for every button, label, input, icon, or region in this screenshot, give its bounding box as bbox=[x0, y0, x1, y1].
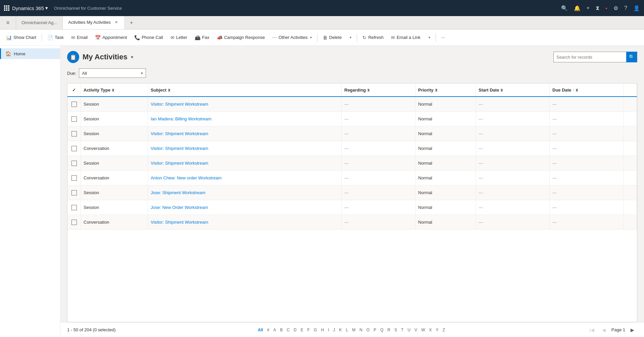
delete-dropdown-button[interactable]: ▾ bbox=[346, 32, 355, 44]
delete-button[interactable]: 🗑 Delete bbox=[319, 32, 345, 44]
campaign-response-label: Campaign Response bbox=[224, 35, 265, 40]
other-activities-button[interactable]: ⋯ Other Activities ▾ bbox=[269, 32, 315, 44]
row-1-subject-link[interactable]: Visitor: Shipment Workstream bbox=[151, 102, 208, 107]
checkbox-5[interactable] bbox=[71, 161, 77, 166]
row-9-check[interactable] bbox=[67, 215, 81, 229]
alpha-v[interactable]: V bbox=[413, 327, 419, 333]
row-5-check[interactable] bbox=[67, 156, 81, 170]
alpha-p[interactable]: P bbox=[372, 327, 378, 333]
alpha-b[interactable]: B bbox=[278, 327, 284, 333]
show-chart-button[interactable]: 📊 Show Chart bbox=[3, 32, 40, 44]
alpha-g[interactable]: G bbox=[312, 327, 318, 333]
alpha-l[interactable]: L bbox=[344, 327, 350, 333]
filter-select[interactable]: All ▾ bbox=[79, 68, 146, 78]
alpha-y[interactable]: Y bbox=[434, 327, 440, 333]
row-7-check[interactable] bbox=[67, 185, 81, 200]
alpha-a[interactable]: A bbox=[271, 327, 278, 333]
first-page-button[interactable]: |◀ bbox=[587, 325, 597, 335]
app-name[interactable]: Dynamics 365 ▾ bbox=[12, 5, 48, 11]
row-4-subject-link[interactable]: Visitor: Shipment Workstream bbox=[151, 146, 208, 151]
email-link-button[interactable]: ✉ Email a Link bbox=[388, 32, 424, 44]
next-page-button[interactable]: ▶ bbox=[628, 325, 637, 335]
row-6-subject-link[interactable]: Anton Chew: New order Workstream bbox=[151, 175, 221, 180]
checkbox-6[interactable] bbox=[71, 175, 77, 181]
row-7-subject-link[interactable]: Jose: Shipment Workstream bbox=[151, 190, 205, 195]
bell-icon[interactable]: 🔔 bbox=[574, 5, 581, 11]
alpha-r[interactable]: R bbox=[386, 327, 392, 333]
grid-header-start-date[interactable]: Start Date ⧗ bbox=[476, 83, 550, 96]
row-2-check[interactable] bbox=[67, 112, 81, 126]
alpha-k[interactable]: K bbox=[337, 327, 343, 333]
view-title-chevron[interactable]: ▾ bbox=[131, 54, 133, 60]
phone-call-button[interactable]: 📞 Phone Call bbox=[131, 32, 166, 44]
apps-icon[interactable] bbox=[4, 5, 9, 11]
grid-header-subject[interactable]: Subject ⧗ bbox=[148, 83, 342, 96]
email-button[interactable]: ✉ Email bbox=[68, 32, 91, 44]
row-8-subject-link[interactable]: Jose: New Order Workstream bbox=[151, 205, 208, 210]
alpha-f[interactable]: F bbox=[306, 327, 311, 333]
checkbox-3[interactable] bbox=[71, 131, 77, 136]
alpha-q[interactable]: Q bbox=[379, 327, 385, 333]
appointment-button[interactable]: 📅 Appointment bbox=[92, 32, 130, 44]
tab-omnichannel[interactable]: Omnichannel Ag... bbox=[16, 16, 63, 29]
refresh-button[interactable]: ↻ Refresh bbox=[359, 32, 387, 44]
filter-icon[interactable]: ⧗ bbox=[596, 5, 599, 11]
settings-icon[interactable]: ⚙ bbox=[613, 5, 618, 11]
row-2-subject-link[interactable]: Ian Madera: Billing Workstream bbox=[151, 116, 211, 121]
row-9-subject-link[interactable]: Visitor: Shipment Workstream bbox=[151, 220, 208, 225]
tab-close-icon[interactable]: ✕ bbox=[113, 19, 119, 25]
alpha-c[interactable]: C bbox=[285, 327, 291, 333]
tab-add-button[interactable]: + bbox=[125, 16, 138, 29]
campaign-response-button[interactable]: 📣 Campaign Response bbox=[213, 32, 268, 44]
search-input[interactable] bbox=[554, 55, 626, 60]
task-button[interactable]: 📄 Task bbox=[44, 32, 67, 44]
grid-header-activity-type[interactable]: Activity Type ⧗ bbox=[81, 83, 148, 96]
add-icon[interactable]: + bbox=[587, 5, 590, 11]
alpha-d[interactable]: D bbox=[292, 327, 298, 333]
checkbox-9[interactable] bbox=[71, 220, 77, 225]
row-3-subject-link[interactable]: Visitor: Shipment Workstream bbox=[151, 131, 208, 136]
grid-header-priority[interactable]: Priority ⧗ bbox=[415, 83, 476, 96]
checkbox-1[interactable] bbox=[71, 102, 77, 107]
alpha-z[interactable]: Z bbox=[441, 327, 447, 333]
alpha-s[interactable]: S bbox=[393, 327, 399, 333]
sidebar-item-home[interactable]: 🏠 Home bbox=[0, 48, 60, 59]
alpha-u[interactable]: U bbox=[406, 327, 412, 333]
alpha-t[interactable]: T bbox=[399, 327, 405, 333]
grid-header-regarding[interactable]: Regarding ⧗ bbox=[342, 83, 415, 96]
prev-page-button[interactable]: ◀ bbox=[599, 325, 609, 335]
email-link-dropdown-button[interactable]: ▾ bbox=[425, 32, 434, 44]
hamburger-menu[interactable]: ≡ bbox=[0, 16, 16, 29]
alpha-i[interactable]: I bbox=[326, 327, 331, 333]
row-3-check[interactable] bbox=[67, 126, 81, 141]
alpha-m[interactable]: M bbox=[350, 327, 357, 333]
alpha-o[interactable]: O bbox=[365, 327, 371, 333]
row-6-check[interactable] bbox=[67, 171, 81, 185]
row-4-check[interactable] bbox=[67, 141, 81, 156]
alpha-j[interactable]: J bbox=[331, 327, 337, 333]
alpha-hash[interactable]: # bbox=[265, 327, 271, 333]
alpha-e[interactable]: E bbox=[299, 327, 305, 333]
alpha-x[interactable]: X bbox=[428, 327, 434, 333]
checkbox-4[interactable] bbox=[71, 146, 77, 151]
grid-header-due-date[interactable]: Due Date ↑ ⧗ bbox=[550, 83, 624, 96]
row-8-check[interactable] bbox=[67, 200, 81, 215]
checkbox-2[interactable] bbox=[71, 116, 77, 122]
alpha-n[interactable]: N bbox=[358, 327, 364, 333]
more-button[interactable]: ··· bbox=[438, 32, 448, 44]
grid-header-check[interactable]: ✓ bbox=[67, 83, 81, 96]
search-button[interactable]: 🔍 bbox=[626, 52, 637, 62]
letter-button[interactable]: ✉ Letter bbox=[167, 32, 191, 44]
search-icon[interactable]: 🔍 bbox=[561, 5, 568, 11]
alpha-h[interactable]: H bbox=[319, 327, 326, 333]
alpha-all[interactable]: All bbox=[256, 327, 264, 333]
alpha-w[interactable]: W bbox=[419, 327, 427, 333]
fax-button[interactable]: 📠 Fax bbox=[191, 32, 213, 44]
user-icon[interactable]: 👤 bbox=[633, 5, 640, 11]
row-1-check[interactable] bbox=[67, 97, 81, 111]
checkbox-8[interactable] bbox=[71, 205, 77, 210]
tab-activities[interactable]: Activities My Activities ✕ bbox=[63, 16, 125, 29]
checkbox-7[interactable] bbox=[71, 190, 77, 195]
help-icon[interactable]: ? bbox=[624, 5, 627, 11]
row-5-subject-link[interactable]: Visitor: Shipment Workstream bbox=[151, 161, 208, 166]
